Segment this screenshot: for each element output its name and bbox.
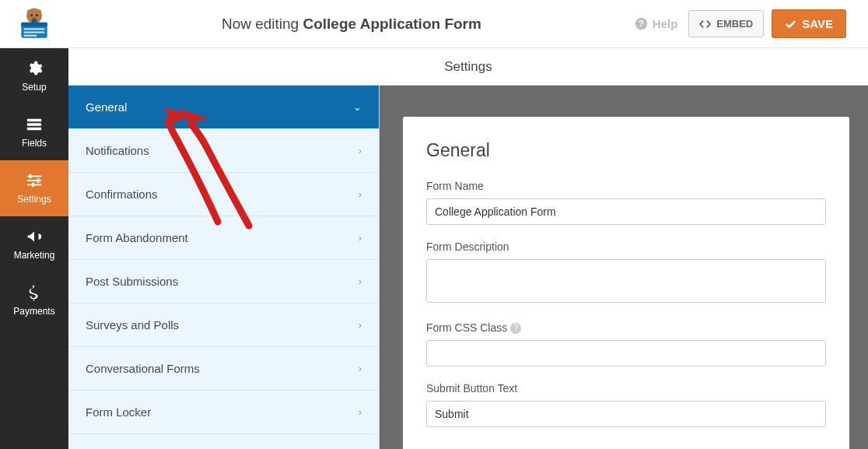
- chevron-right-icon: ›: [359, 232, 362, 244]
- section-title: Settings: [444, 59, 492, 75]
- settings-item-label: Post Submissions: [86, 275, 178, 288]
- sliders-icon: [26, 172, 43, 189]
- embed-label: EMBED: [716, 18, 753, 30]
- help-icon[interactable]: ?: [510, 323, 521, 334]
- field-form-css-class: Form CSS Class?: [426, 321, 826, 367]
- save-button[interactable]: SAVE: [772, 9, 846, 38]
- chevron-right-icon: ›: [359, 319, 362, 331]
- sidebar-item-fields[interactable]: Fields: [0, 104, 68, 160]
- settings-item-post-submissions[interactable]: Post Submissions ›: [68, 260, 379, 303]
- icon-sidebar: Setup Fields Settings Marketing Payments: [0, 48, 68, 449]
- save-label: SAVE: [802, 17, 833, 30]
- embed-button[interactable]: EMBED: [688, 10, 764, 37]
- svg-rect-10: [24, 35, 37, 37]
- sidebar-item-setup[interactable]: Setup: [0, 48, 68, 104]
- svg-rect-17: [27, 176, 41, 177]
- settings-item-confirmations[interactable]: Confirmations ›: [68, 173, 379, 216]
- settings-item-label: Confirmations: [86, 188, 158, 201]
- chevron-right-icon: ›: [359, 406, 362, 418]
- editing-title: Now editing College Application Form: [68, 16, 635, 33]
- form-css-class-label: Form CSS Class?: [426, 321, 826, 334]
- form-description-label: Form Description: [426, 240, 826, 253]
- settings-item-label: Form Abandonment: [86, 231, 188, 244]
- embed-icon: [699, 19, 711, 29]
- sidebar-item-label: Setup: [22, 82, 46, 93]
- svg-point-4: [36, 14, 38, 16]
- chevron-down-icon: ⌄: [353, 101, 362, 113]
- field-form-name: Form Name: [426, 180, 826, 225]
- panel-wrap: General Form Name Form Description Form …: [380, 86, 868, 449]
- top-bar: Now editing College Application Form ? H…: [0, 0, 868, 48]
- svg-point-1: [27, 9, 33, 15]
- content-row: General ⌄ Notifications › Confirmations …: [68, 86, 868, 449]
- svg-point-3: [30, 14, 33, 16]
- chevron-right-icon: ›: [359, 275, 362, 287]
- settings-item-notifications[interactable]: Notifications ›: [68, 129, 379, 173]
- wpforms-logo-icon: [15, 6, 54, 41]
- field-form-description: Form Description: [426, 240, 826, 306]
- settings-item-form-abandonment[interactable]: Form Abandonment ›: [68, 216, 379, 260]
- submit-button-text-label: Submit Button Text: [426, 382, 826, 395]
- bullhorn-icon: [26, 228, 43, 245]
- form-name-input[interactable]: [426, 198, 826, 225]
- svg-rect-16: [27, 128, 41, 131]
- field-submit-button-text: Submit Button Text: [426, 382, 826, 427]
- form-css-class-input[interactable]: [426, 340, 826, 367]
- dollar-icon: [26, 284, 43, 301]
- form-title: College Application Form: [303, 16, 481, 32]
- sidebar-item-marketing[interactable]: Marketing: [0, 216, 68, 272]
- chevron-right-icon: ›: [359, 363, 362, 374]
- settings-item-label: Notifications: [86, 144, 149, 157]
- check-icon: [785, 19, 796, 29]
- sidebar-item-settings[interactable]: Settings: [0, 160, 68, 216]
- editing-prefix: Now editing: [222, 16, 303, 32]
- help-icon: ?: [635, 17, 648, 30]
- svg-rect-9: [24, 32, 45, 33]
- chevron-right-icon: ›: [359, 188, 362, 200]
- svg-rect-14: [27, 119, 41, 122]
- main: Settings General ⌄ Notifications › Confi…: [68, 48, 868, 449]
- form-description-input[interactable]: [426, 259, 826, 303]
- list-icon: [26, 116, 43, 133]
- settings-item-label: Conversational Forms: [86, 362, 200, 375]
- form-name-label: Form Name: [426, 180, 826, 192]
- settings-item-label: General: [86, 100, 127, 114]
- help-label: Help: [653, 17, 678, 30]
- gear-icon: [26, 60, 43, 77]
- section-header: Settings: [68, 48, 868, 86]
- settings-item-surveys-polls[interactable]: Surveys and Polls ›: [68, 303, 379, 347]
- logo[interactable]: [0, 0, 68, 48]
- svg-point-2: [37, 9, 42, 15]
- chevron-right-icon: ›: [359, 145, 362, 156]
- settings-list: General ⌄ Notifications › Confirmations …: [68, 86, 380, 449]
- panel-heading: General: [426, 140, 826, 161]
- sidebar-item-label: Marketing: [14, 250, 55, 261]
- settings-item-label: Form Locker: [86, 405, 151, 419]
- svg-rect-20: [30, 174, 32, 179]
- settings-item-form-locker[interactable]: Form Locker ›: [68, 391, 379, 434]
- sidebar-item-label: Fields: [22, 138, 47, 149]
- panel: General Form Name Form Description Form …: [403, 117, 849, 449]
- svg-text:?: ?: [639, 19, 643, 28]
- settings-item-label: Surveys and Polls: [86, 318, 179, 331]
- sidebar-item-payments[interactable]: Payments: [0, 272, 68, 328]
- settings-item-general[interactable]: General ⌄: [68, 86, 379, 129]
- submit-button-text-input[interactable]: [426, 401, 826, 427]
- svg-rect-15: [27, 123, 41, 126]
- svg-rect-21: [37, 178, 40, 183]
- sidebar-item-label: Settings: [17, 194, 51, 205]
- svg-rect-8: [24, 28, 45, 30]
- sidebar-item-label: Payments: [13, 306, 54, 317]
- svg-rect-22: [32, 183, 34, 188]
- help-button[interactable]: ? Help: [635, 17, 678, 30]
- svg-rect-11: [32, 19, 37, 25]
- settings-item-conversational-forms[interactable]: Conversational Forms ›: [68, 347, 379, 391]
